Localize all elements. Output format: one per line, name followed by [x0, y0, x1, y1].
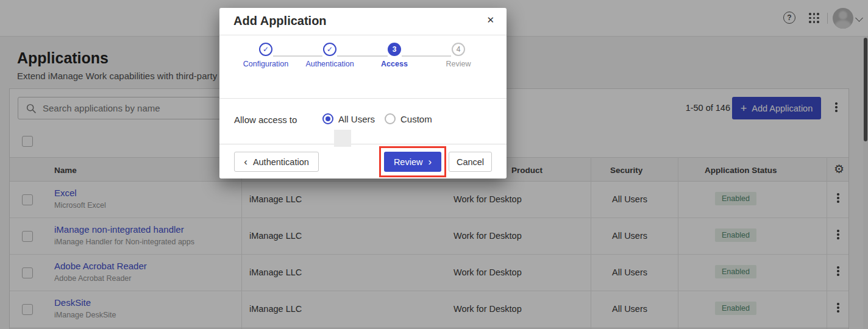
review-button[interactable]: Review › [384, 152, 441, 172]
chevron-left-icon: ‹ [244, 157, 247, 167]
wizard-stepper: ✓ Configuration ✓ Authentication 3 Acces… [219, 35, 507, 98]
step-access[interactable]: 3 Access [364, 43, 425, 68]
radio-label: Custom [400, 114, 432, 124]
radio-label: All Users [338, 114, 375, 124]
step-label: Review [428, 60, 489, 68]
step-label: Configuration [235, 60, 296, 68]
chevron-right-icon: › [428, 157, 432, 167]
back-authentication-button[interactable]: ‹ Authentication [234, 152, 319, 172]
radio-custom[interactable]: Custom [385, 113, 432, 124]
back-button-label: Authentication [253, 157, 309, 167]
step-label: Authentication [299, 60, 360, 68]
access-radio-group: All Users Custom [322, 113, 432, 124]
gray-square-artifact [334, 130, 351, 147]
radio-all-users[interactable]: All Users [322, 113, 375, 124]
radio-selected-icon [322, 113, 333, 124]
allow-access-label: Allow access to [234, 115, 297, 125]
check-icon: ✓ [263, 45, 269, 54]
radio-unselected-icon [385, 113, 396, 124]
dialog-footer: ‹ Authentication Review › Cancel [219, 144, 507, 179]
dialog-title: Add Application [233, 14, 327, 28]
add-application-dialog: Add Application ✕ ✓ Configuration ✓ Auth… [219, 8, 507, 179]
dialog-header: Add Application ✕ [219, 8, 507, 35]
next-button-label: Review [394, 157, 423, 167]
step-label: Access [364, 60, 425, 68]
cancel-button[interactable]: Cancel [449, 152, 492, 172]
step-review[interactable]: 4 Review [428, 43, 489, 68]
step-authentication[interactable]: ✓ Authentication [299, 43, 360, 68]
cancel-button-label: Cancel [457, 157, 484, 167]
check-icon: ✓ [327, 45, 333, 54]
close-icon[interactable]: ✕ [486, 15, 494, 26]
dialog-body: Allow access to All Users Custom [219, 98, 507, 144]
step-number: 4 [457, 45, 461, 54]
step-number: 3 [393, 45, 397, 54]
step-configuration[interactable]: ✓ Configuration [235, 43, 296, 68]
